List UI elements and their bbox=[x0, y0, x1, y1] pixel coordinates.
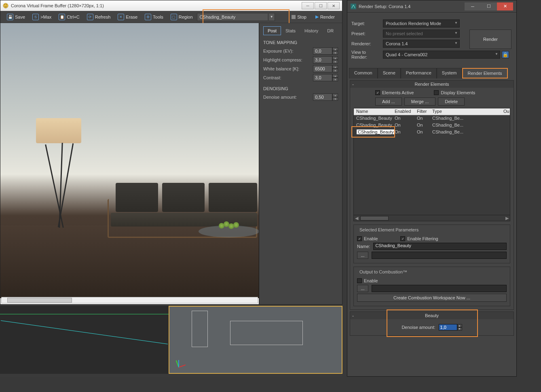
rs-render-button[interactable]: Render bbox=[469, 30, 511, 49]
combustion-enable-checkbox[interactable]: Enable bbox=[357, 278, 378, 283]
vfb-side-panel: Post Stats History DR TONE MAPPING Expos… bbox=[259, 23, 342, 304]
maximize-button[interactable]: ☐ bbox=[315, 2, 327, 9]
rs-close-button[interactable]: ✕ bbox=[497, 2, 513, 11]
scrollbar-thumb[interactable] bbox=[7, 298, 72, 303]
preset-label: Preset: bbox=[351, 31, 383, 36]
tab-history[interactable]: History bbox=[300, 26, 323, 35]
table-h-scrollbar[interactable]: ◀▶ bbox=[354, 215, 510, 221]
minimize-button[interactable]: ─ bbox=[302, 2, 314, 9]
beauty-denoise-spinner[interactable]: 1,0 ▲▼ bbox=[439, 324, 462, 331]
target-label: Target: bbox=[351, 21, 383, 26]
close-button[interactable]: ✕ bbox=[328, 2, 340, 9]
tone-mapping-heading: TONE MAPPING bbox=[263, 40, 338, 45]
svg-point-2 bbox=[6, 4, 7, 5]
down-icon[interactable]: ▼ bbox=[332, 51, 338, 55]
3dsmax-icon bbox=[351, 4, 356, 9]
viewport-h-scrollbar[interactable] bbox=[1, 297, 258, 303]
exposure-label: Exposure (EV): bbox=[263, 49, 313, 53]
highlight-compress-spinner[interactable]: 3,0▲▼ bbox=[313, 56, 338, 64]
beauty-denoise-label: Denoise amount: bbox=[402, 325, 435, 330]
tab-performance[interactable]: Performance bbox=[401, 68, 437, 78]
scrollbar-thumb[interactable] bbox=[360, 216, 389, 220]
delete-button[interactable]: Delete bbox=[438, 97, 465, 106]
denoise-amount-spinner[interactable]: 0,50▲▼ bbox=[313, 93, 338, 101]
rs-titlebar[interactable]: Render Setup: Corona 1.4 ─ ☐ ✕ bbox=[347, 0, 516, 13]
render-elements-heading: Render Elements bbox=[415, 82, 449, 87]
vfb-toolbar: 💾Save S>Max 📋Ctrl+C ⟳Refresh ✕Erase ⚙Too… bbox=[0, 11, 342, 23]
tab-common[interactable]: Common bbox=[349, 68, 378, 78]
element-name-editor[interactable]: CShading_Beauty bbox=[356, 129, 395, 135]
tab-stats[interactable]: Stats bbox=[281, 26, 300, 35]
display-elements-checkbox[interactable]: Display Elements bbox=[434, 90, 475, 95]
erase-icon: ✕ bbox=[118, 14, 124, 20]
table-row[interactable]: CShading_Beauty On On CShading_Be... bbox=[354, 115, 510, 122]
element-path-input[interactable] bbox=[372, 252, 507, 259]
combustion-path-input[interactable] bbox=[372, 285, 507, 292]
vfb-titlebar[interactable]: Corona Virtual Frame Buffer (1280×720px,… bbox=[0, 0, 342, 11]
browse-button[interactable]: ... bbox=[357, 252, 368, 259]
table-row[interactable]: CShading_Beauty On On CShading_Be... bbox=[354, 129, 510, 136]
preset-select[interactable]: No preset selected▼ bbox=[383, 30, 460, 38]
tomax-button[interactable]: S>Max bbox=[29, 13, 55, 21]
contrast-label: Contrast: bbox=[263, 75, 313, 80]
render-pass-select[interactable]: CShading_Beauty bbox=[197, 13, 268, 21]
view-select[interactable]: Quad 4 - Camera002▼ bbox=[383, 51, 500, 59]
stop-button[interactable]: Stop bbox=[287, 13, 311, 21]
region-button[interactable]: ▢Region bbox=[167, 13, 196, 21]
stop-icon bbox=[292, 15, 296, 19]
play-icon: ▶ bbox=[315, 14, 319, 19]
renderer-select[interactable]: Corona 1.4▼ bbox=[383, 40, 460, 48]
add-button[interactable]: Add ... bbox=[375, 97, 402, 106]
contrast-spinner[interactable]: 3,0▲▼ bbox=[313, 74, 338, 81]
checkmark-icon: ✓ bbox=[357, 236, 362, 241]
elements-active-checkbox[interactable]: ✓Elements Active bbox=[375, 90, 414, 95]
lock-view-button[interactable]: 🔒 bbox=[502, 51, 509, 58]
3dsmax-viewport-area bbox=[0, 306, 342, 377]
tab-post[interactable]: Post bbox=[263, 26, 281, 35]
perspective-viewport[interactable] bbox=[169, 306, 342, 374]
curve-editor-viewport[interactable] bbox=[0, 306, 169, 374]
rs-minimize-button[interactable]: ─ bbox=[465, 2, 481, 11]
chevron-down-icon: ▼ bbox=[454, 31, 458, 35]
element-name-input[interactable]: CShading_Beauty bbox=[373, 243, 507, 250]
render-elements-table: Name Enabled Filter Type Ou CShading_Bea… bbox=[353, 108, 510, 221]
tab-system[interactable]: System bbox=[437, 68, 462, 78]
copy-button[interactable]: 📋Ctrl+C bbox=[55, 13, 82, 21]
render-setup-window: Render Setup: Corona 1.4 ─ ☐ ✕ Target:Pr… bbox=[347, 0, 517, 377]
enable-checkbox[interactable]: ✓Enable bbox=[357, 236, 378, 241]
combustion-browse-button[interactable]: ... bbox=[357, 285, 368, 292]
rs-maximize-button[interactable]: ☐ bbox=[481, 2, 497, 11]
refresh-icon: ⟳ bbox=[87, 14, 93, 20]
target-select[interactable]: Production Rendering Mode▼ bbox=[383, 19, 460, 28]
vfb-viewport[interactable] bbox=[0, 23, 259, 304]
svg-point-0 bbox=[3, 3, 8, 8]
refresh-button[interactable]: ⟳Refresh bbox=[84, 13, 114, 21]
up-icon[interactable]: ▲ bbox=[332, 47, 338, 51]
exposure-spinner[interactable]: 0,0▲▼ bbox=[313, 47, 338, 55]
copy-icon: 📋 bbox=[59, 14, 65, 20]
element-name-label: Name: bbox=[357, 244, 370, 249]
tab-render-elements[interactable]: Render Elements bbox=[462, 68, 508, 78]
up-icon[interactable]: ▲ bbox=[457, 324, 462, 327]
create-combustion-workspace-button[interactable]: Create Combustion Workspace Now ... bbox=[357, 294, 507, 302]
checkmark-icon: ✓ bbox=[375, 90, 380, 95]
chevron-down-icon: ▼ bbox=[454, 21, 458, 25]
table-row[interactable]: CShading_Beauty On On CShading_Be... bbox=[354, 122, 510, 129]
erase-button[interactable]: ✕Erase bbox=[114, 13, 141, 21]
output-to-combustion: Output to Combustion™ Enable ... Create … bbox=[353, 267, 510, 306]
tab-scene[interactable]: Scene bbox=[378, 68, 401, 78]
tab-dr[interactable]: DR bbox=[323, 26, 338, 35]
collapse-toggle[interactable]: - bbox=[350, 313, 356, 318]
collapse-toggle[interactable]: - bbox=[350, 82, 356, 87]
merge-button[interactable]: Merge ... bbox=[404, 97, 435, 106]
save-button[interactable]: 💾Save bbox=[4, 13, 28, 21]
white-balance-spinner[interactable]: 6500▲▼ bbox=[313, 65, 338, 72]
highlight-compress-label: Highlight compress: bbox=[263, 57, 313, 62]
table-header: Name Enabled Filter Type Ou bbox=[354, 108, 510, 115]
enable-filtering-checkbox[interactable]: ✓Enable Filtering bbox=[400, 236, 438, 241]
denoise-amount-label: Denoise amount: bbox=[263, 95, 313, 100]
down-icon[interactable]: ▼ bbox=[457, 327, 462, 331]
render-button[interactable]: ▶Render bbox=[311, 13, 339, 21]
render-pass-dropdown-icon[interactable]: ▼ bbox=[268, 13, 275, 21]
tools-button[interactable]: ⚙Tools bbox=[142, 13, 167, 21]
